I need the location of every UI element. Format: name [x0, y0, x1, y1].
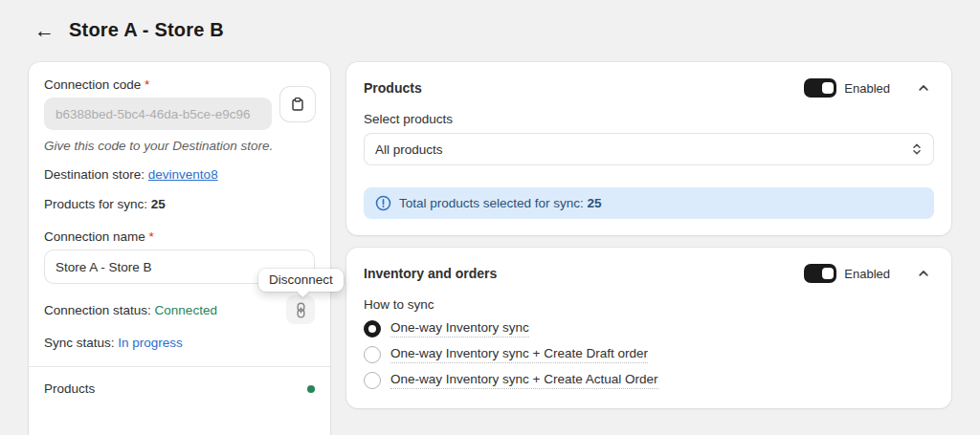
destination-store-row: Destination store: devinvento8	[44, 167, 315, 182]
products-panel-title: Products	[364, 80, 804, 96]
connection-status-label: Connection status:	[44, 303, 151, 317]
connection-status-row: Connection status: Connected	[44, 295, 315, 324]
page-header: ← Store A - Store B	[34, 19, 951, 41]
banner-text: Total products selected for sync: 25	[399, 196, 602, 210]
select-products-label: Select products	[364, 112, 934, 126]
products-collapse-button[interactable]	[917, 81, 930, 95]
info-icon	[375, 195, 391, 211]
inventory-panel-body: How to sync One-way Inventory sync One-w…	[346, 297, 951, 408]
right-column: Products Enabled Select products All pro…	[346, 62, 951, 408]
connection-status-value: Connected	[155, 303, 217, 317]
sync-option-label[interactable]: One-way Inventory sync	[390, 320, 529, 337]
products-panel: Products Enabled Select products All pro…	[346, 62, 951, 235]
page-title: Store A - Store B	[69, 19, 224, 41]
inventory-enabled-toggle[interactable]	[804, 264, 836, 283]
products-for-sync-value: 25	[151, 197, 166, 211]
products-for-sync-label: Products for sync:	[44, 197, 147, 211]
inventory-panel-header: Inventory and orders Enabled	[346, 248, 951, 283]
disconnect-button[interactable]	[286, 295, 315, 324]
connection-code-label-text: Connection code	[44, 77, 141, 92]
required-asterisk: *	[149, 229, 154, 244]
sync-option-row[interactable]: One-way Inventory sync + Create Draft or…	[364, 346, 934, 363]
content: Connection code * Give this code to your…	[29, 62, 951, 435]
sync-status-label: Sync status:	[44, 336, 115, 350]
sync-status-row: Sync status: In progress	[44, 336, 315, 350]
connection-code-label: Connection code *	[44, 77, 272, 92]
sync-status-value: In progress	[118, 336, 183, 350]
destination-store-link[interactable]: devinvento8	[148, 167, 218, 182]
toggle-knob	[822, 82, 834, 94]
banner-label: Total products selected for sync:	[399, 196, 584, 210]
radio-selected-icon[interactable]	[364, 320, 381, 337]
connection-code-help-text: Give this code to your Destination store…	[44, 139, 315, 153]
chevron-up-icon	[917, 267, 930, 280]
connection-code-block: Connection code *	[44, 77, 315, 130]
products-nav-label: Products	[44, 381, 95, 396]
sync-option-row[interactable]: One-way Inventory sync + Create Actual O…	[364, 372, 934, 389]
products-panel-header: Products Enabled	[346, 62, 951, 98]
radio-unselected-icon[interactable]	[364, 346, 381, 363]
page: ← Store A - Store B Connection code *	[0, 0, 980, 435]
clipboard-icon	[290, 97, 305, 112]
products-enabled-toggle[interactable]	[804, 78, 836, 98]
required-asterisk: *	[145, 77, 149, 92]
disconnect-tooltip-text: Disconnect	[269, 272, 333, 287]
sync-option-label[interactable]: One-way Inventory sync + Create Draft or…	[390, 346, 648, 363]
inventory-panel-title: Inventory and orders	[364, 266, 804, 281]
connection-card: Connection code * Give this code to your…	[29, 62, 330, 435]
products-nav-row[interactable]: Products	[44, 367, 315, 396]
sync-option-label[interactable]: One-way Inventory sync + Create Actual O…	[390, 372, 658, 389]
copy-code-button[interactable]	[280, 87, 315, 121]
connection-status-text: Connection status: Connected	[44, 303, 217, 317]
products-for-sync-row: Products for sync: 25	[44, 197, 315, 211]
sync-option-row[interactable]: One-way Inventory sync	[364, 320, 934, 337]
back-arrow-icon[interactable]: ←	[34, 20, 55, 40]
connection-name-label: Connection name *	[44, 229, 315, 244]
chain-link-icon	[294, 302, 308, 318]
total-products-banner: Total products selected for sync: 25	[364, 187, 934, 219]
inventory-toggle-label: Enabled	[844, 267, 890, 281]
inventory-collapse-button[interactable]	[917, 267, 930, 280]
disconnect-tooltip: Disconnect	[258, 269, 344, 292]
select-products-dropdown[interactable]: All products	[364, 133, 934, 165]
destination-store-label: Destination store:	[44, 167, 145, 182]
products-panel-body: Select products All products	[346, 112, 951, 219]
connection-code-input	[44, 98, 272, 130]
connection-name-label-text: Connection name	[44, 229, 145, 244]
select-products-value: All products	[375, 142, 443, 157]
inventory-panel: Inventory and orders Enabled How to sync	[346, 248, 951, 408]
radio-unselected-icon[interactable]	[364, 372, 381, 389]
toggle-knob	[822, 268, 834, 279]
green-status-dot-icon	[307, 385, 315, 393]
how-to-sync-label: How to sync	[364, 297, 934, 312]
banner-count: 25	[588, 196, 602, 210]
chevron-up-icon	[917, 81, 930, 95]
products-toggle-label: Enabled	[844, 81, 890, 96]
updown-caret-icon	[911, 141, 923, 157]
